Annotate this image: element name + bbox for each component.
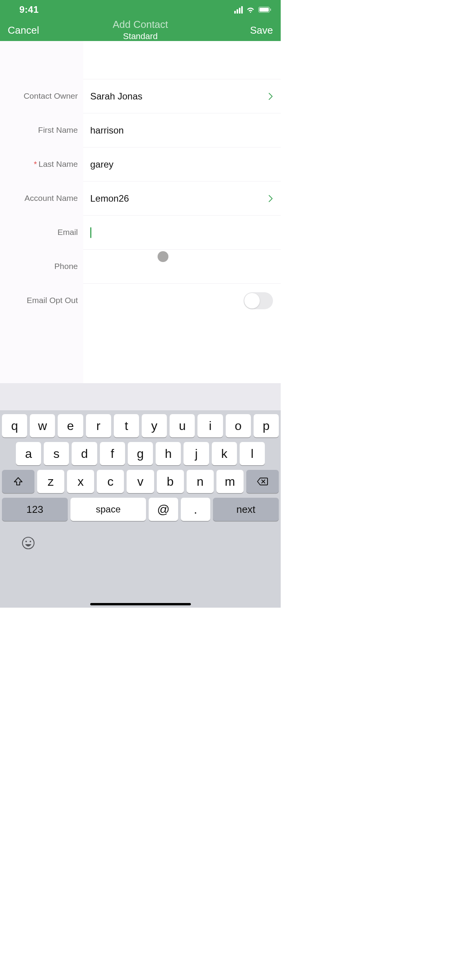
emoji-icon [21,536,35,550]
key-a[interactable]: a [16,442,41,465]
key-backspace[interactable] [246,470,279,493]
label-first-name: First Name [0,125,83,135]
keyboard-suggestions-bar [0,383,281,410]
label-email: Email [0,228,83,237]
key-m[interactable]: m [216,470,244,493]
label-contact-owner: Contact Owner [0,91,83,101]
key-shift[interactable] [2,470,34,493]
key-e[interactable]: e [58,414,83,437]
key-h[interactable]: h [156,442,181,465]
cancel-button[interactable]: Cancel [8,24,46,36]
row-last-name: *Last Name [0,147,281,181]
key-at[interactable]: @ [149,498,178,521]
svg-rect-2 [270,9,271,11]
svg-point-5 [30,541,31,542]
row-email: Email [0,215,281,249]
contact-owner-text: Sarah Jonas [90,91,142,102]
key-j[interactable]: j [184,442,209,465]
key-space[interactable]: space [70,498,146,521]
key-t[interactable]: t [114,414,139,437]
key-u[interactable]: u [170,414,195,437]
email-opt-out-toggle[interactable] [244,292,273,309]
last-name-input[interactable] [90,159,281,170]
row-first-name: First Name [0,113,281,147]
shift-icon [13,476,23,487]
chevron-right-icon [268,93,273,100]
row-contact-owner[interactable]: Contact Owner Sarah Jonas [0,79,281,113]
nav-bar: Cancel Add Contact Standard Save [0,19,281,41]
row-phone: Phone [0,249,281,283]
svg-point-3 [22,537,34,549]
toggle-knob [244,293,260,308]
key-numeric[interactable]: 123 [2,498,68,521]
value-account-name[interactable]: Lemon26 [83,181,281,215]
key-s[interactable]: s [44,442,69,465]
label-phone: Phone [0,262,83,271]
wifi-icon [246,6,255,13]
page-subtitle: Standard [113,31,168,41]
home-indicator [90,603,191,605]
key-l[interactable]: l [240,442,265,465]
cellular-signal-icon [234,6,243,14]
emoji-button[interactable] [21,536,35,550]
touch-indicator [158,251,168,262]
phone-input[interactable] [90,261,281,272]
key-w[interactable]: w [30,414,55,437]
label-opt-out: Email Opt Out [0,296,83,305]
page-title: Add Contact [113,19,168,31]
save-button[interactable]: Save [234,24,273,36]
status-indicators [234,6,271,14]
status-bar: 9:41 [0,0,281,19]
key-g[interactable]: g [128,442,153,465]
key-k[interactable]: k [212,442,237,465]
keyboard: q w e r t y u i o p a s d f g h j k l z [0,410,281,608]
value-contact-owner[interactable]: Sarah Jonas [83,79,281,113]
key-b[interactable]: b [157,470,184,493]
key-y[interactable]: y [142,414,167,437]
key-d[interactable]: d [72,442,97,465]
key-x[interactable]: x [67,470,94,493]
key-v[interactable]: v [127,470,154,493]
key-o[interactable]: o [226,414,251,437]
key-next[interactable]: next [213,498,279,521]
key-q[interactable]: q [2,414,27,437]
key-i[interactable]: i [197,414,223,437]
key-c[interactable]: c [97,470,124,493]
key-r[interactable]: r [86,414,111,437]
row-account-name[interactable]: Account Name Lemon26 [0,181,281,215]
key-n[interactable]: n [187,470,214,493]
chevron-right-icon [268,195,273,202]
key-dot[interactable]: . [181,498,210,521]
contact-form: Add Photo Contact Owner Sarah Jonas Firs… [0,41,281,383]
nav-title-group: Add Contact Standard [113,19,168,41]
svg-point-4 [26,541,27,542]
label-account-name: Account Name [0,194,83,203]
status-time: 9:41 [19,4,39,15]
row-opt-out: Email Opt Out [0,283,281,317]
email-input[interactable] [91,227,281,238]
battery-icon [258,7,271,13]
first-name-input[interactable] [90,125,281,136]
key-f[interactable]: f [100,442,125,465]
backspace-icon [257,477,268,486]
svg-rect-1 [259,8,269,12]
key-p[interactable]: p [254,414,279,437]
label-last-name: *Last Name [0,159,83,169]
key-z[interactable]: z [37,470,64,493]
account-name-text: Lemon26 [90,193,129,204]
